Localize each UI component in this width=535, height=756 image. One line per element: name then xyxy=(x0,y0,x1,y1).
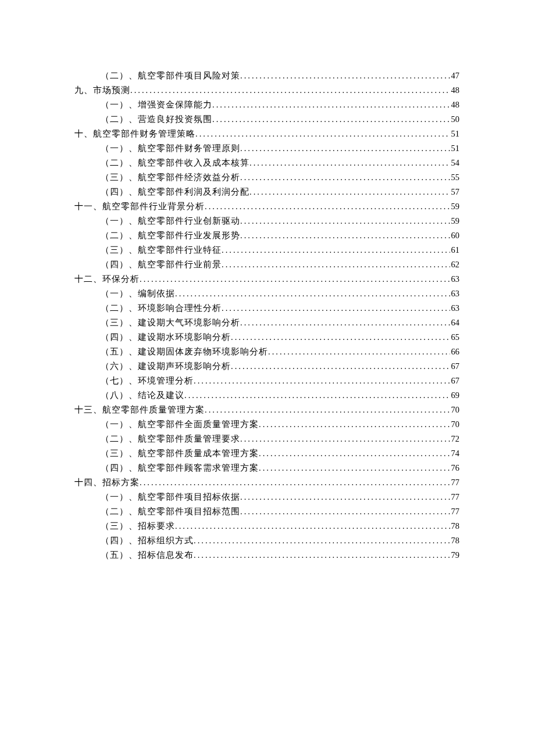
toc-entry-label: （四）、航空零部件利润及利润分配 xyxy=(101,185,249,199)
toc-entry: 十一、航空零部件行业背景分析59 xyxy=(74,199,459,214)
toc-dot-leader xyxy=(240,69,450,83)
toc-entry-label: 十一、航空零部件行业背景分析 xyxy=(74,199,205,214)
toc-entry-label: 十二、环保分析 xyxy=(74,272,140,286)
toc-entry: （二）、航空零部件收入及成本核算54 xyxy=(101,156,459,170)
toc-entry-page: 77 xyxy=(450,504,460,519)
toc-dot-leader xyxy=(240,432,450,446)
toc-dot-leader xyxy=(194,548,450,562)
toc-dot-leader xyxy=(140,475,450,490)
toc-entry-page: 74 xyxy=(450,446,460,461)
toc-dot-leader xyxy=(231,359,450,374)
toc-entry-label: （二）、航空零部件质量管理要求 xyxy=(101,432,240,446)
toc-entry-page: 70 xyxy=(450,417,460,432)
toc-entry: （六）、建设期声环境影响分析67 xyxy=(101,359,459,374)
toc-entry-page: 63 xyxy=(450,286,460,301)
toc-entry-page: 51 xyxy=(450,141,460,156)
toc-dot-leader xyxy=(175,286,450,301)
toc-dot-leader xyxy=(259,446,450,461)
toc-entry-label: （二）、营造良好投资氛围 xyxy=(101,112,212,127)
toc-entry-page: 78 xyxy=(450,519,460,533)
toc-entry-label: （三）、航空零部件行业特征 xyxy=(101,243,222,257)
toc-entry: （三）、招标要求78 xyxy=(101,519,459,533)
toc-entry: （一）、航空零部件行业创新驱动59 xyxy=(101,214,459,228)
toc-entry: 十、航空零部件财务管理策略51 xyxy=(74,127,459,141)
toc-entry: （二）、航空零部件项目招标范围77 xyxy=(101,504,459,519)
toc-entry-label: （四）、招标组织方式 xyxy=(101,533,194,548)
toc-dot-leader xyxy=(205,403,450,417)
toc-entry: （二）、航空零部件项目风险对策47 xyxy=(101,69,459,83)
toc-entry: 十三、航空零部件质量管理方案70 xyxy=(74,403,459,417)
toc-entry-label: 九、市场预测 xyxy=(74,83,130,98)
toc-entry: （三）、航空零部件行业特征61 xyxy=(101,243,459,257)
toc-entry: （一）、航空零部件财务管理原则51 xyxy=(101,141,459,156)
toc-entry-page: 79 xyxy=(450,548,460,562)
toc-entry-label: （一）、航空零部件财务管理原则 xyxy=(101,141,240,156)
toc-dot-leader xyxy=(130,83,450,98)
toc-entry-label: （七）、环境管理分析 xyxy=(101,374,194,388)
toc-entry: （四）、航空零部件顾客需求管理方案76 xyxy=(101,461,459,475)
toc-entry-page: 65 xyxy=(450,330,460,345)
toc-entry-label: 十、航空零部件财务管理策略 xyxy=(74,127,195,141)
toc-entry-label: （二）、航空零部件项目招标范围 xyxy=(101,504,240,519)
toc-entry-label: 十三、航空零部件质量管理方案 xyxy=(74,403,205,417)
toc-entry-label: （一）、航空零部件项目招标依据 xyxy=(101,490,240,504)
toc-entry-label: （四）、建设期水环境影响分析 xyxy=(101,330,231,345)
toc-dot-leader xyxy=(140,272,450,286)
toc-entry-page: 70 xyxy=(450,403,460,417)
toc-entry-label: （六）、建设期声环境影响分析 xyxy=(101,359,231,374)
toc-dot-leader xyxy=(194,533,450,548)
toc-entry: （五）、招标信息发布79 xyxy=(101,548,459,562)
toc-dot-leader xyxy=(212,98,450,112)
toc-entry-label: （三）、航空零部件质量成本管理方案 xyxy=(101,446,259,461)
toc-entry-page: 64 xyxy=(450,316,460,330)
toc-entry-page: 69 xyxy=(450,388,460,403)
toc-dot-leader xyxy=(249,185,450,199)
toc-entry-label: （三）、招标要求 xyxy=(101,519,175,533)
toc-entry-label: 十四、招标方案 xyxy=(74,475,140,490)
toc-entry: 十四、招标方案77 xyxy=(74,475,459,490)
toc-entry-page: 67 xyxy=(450,359,460,374)
toc-entry-page: 67 xyxy=(450,374,460,388)
toc-entry-label: （二）、航空零部件项目风险对策 xyxy=(101,69,240,83)
toc-entry-page: 63 xyxy=(450,272,460,286)
toc-dot-leader xyxy=(212,112,450,127)
document-page: （二）、航空零部件项目风险对策47九、市场预测48（一）、增强资金保障能力48（… xyxy=(0,0,535,562)
toc-entry-page: 66 xyxy=(450,345,460,359)
toc-entry: （一）、航空零部件全面质量管理方案70 xyxy=(101,417,459,432)
toc-entry-page: 57 xyxy=(450,185,460,199)
table-of-contents: （二）、航空零部件项目风险对策47九、市场预测48（一）、增强资金保障能力48（… xyxy=(74,69,459,562)
toc-entry: （七）、环境管理分析67 xyxy=(101,374,459,388)
toc-dot-leader xyxy=(249,156,450,170)
toc-entry: （一）、编制依据63 xyxy=(101,286,459,301)
toc-dot-leader xyxy=(240,490,450,504)
toc-entry-page: 61 xyxy=(450,243,460,257)
toc-entry-page: 54 xyxy=(450,156,460,170)
toc-entry-page: 59 xyxy=(450,199,460,214)
toc-entry-label: （一）、编制依据 xyxy=(101,286,175,301)
toc-entry-label: （五）、招标信息发布 xyxy=(101,548,194,562)
toc-entry: （二）、航空零部件行业发展形势60 xyxy=(101,228,459,243)
toc-entry-page: 76 xyxy=(450,461,460,475)
toc-entry-page: 55 xyxy=(450,170,460,185)
toc-entry: （五）、建设期固体废弃物环境影响分析66 xyxy=(101,345,459,359)
toc-entry: 十二、环保分析63 xyxy=(74,272,459,286)
toc-entry-label: （一）、航空零部件行业创新驱动 xyxy=(101,214,240,228)
toc-entry-label: （八）、结论及建议 xyxy=(101,388,184,403)
toc-entry: （三）、建设期大气环境影响分析64 xyxy=(101,316,459,330)
toc-dot-leader xyxy=(240,316,450,330)
toc-entry-page: 77 xyxy=(450,475,460,490)
toc-entry: （四）、航空零部件行业前景62 xyxy=(101,257,459,272)
toc-dot-leader xyxy=(205,199,450,214)
toc-entry-page: 78 xyxy=(450,533,460,548)
toc-entry: 九、市场预测48 xyxy=(74,83,459,98)
toc-entry: （八）、结论及建议69 xyxy=(101,388,459,403)
toc-entry: （二）、营造良好投资氛围50 xyxy=(101,112,459,127)
toc-dot-leader xyxy=(240,141,450,156)
toc-dot-leader xyxy=(259,461,450,475)
toc-dot-leader xyxy=(222,243,450,257)
toc-entry-page: 62 xyxy=(450,257,460,272)
toc-entry-page: 51 xyxy=(450,127,460,141)
toc-entry: （二）、航空零部件质量管理要求72 xyxy=(101,432,459,446)
toc-dot-leader xyxy=(184,388,450,403)
toc-entry: （三）、航空零部件经济效益分析55 xyxy=(101,170,459,185)
